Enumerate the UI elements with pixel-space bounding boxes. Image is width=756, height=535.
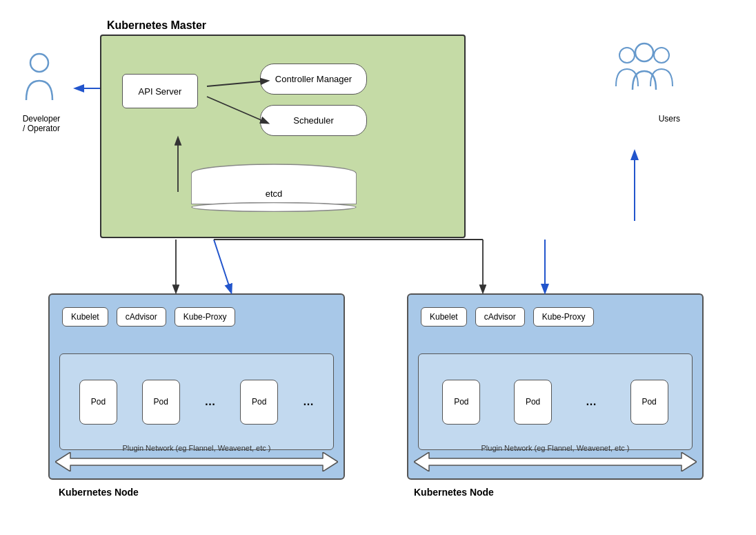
etcd-box: etcd xyxy=(191,164,357,212)
users-svg xyxy=(615,41,677,100)
cadvisor-left: cAdvisor xyxy=(117,307,166,327)
node-right-box: Kubelet cAdvisor Kube-Proxy Pod Pod … Po… xyxy=(407,293,704,480)
node-label-right: Kubernetes Node xyxy=(414,487,494,498)
network-row-right xyxy=(414,452,697,471)
node-right-components: Kubelet cAdvisor Kube-Proxy xyxy=(421,307,594,327)
kubeproxy-left: Kube-Proxy xyxy=(175,307,236,327)
svg-marker-7 xyxy=(414,452,697,471)
pod-left-3: Pod xyxy=(240,380,278,425)
pod-left-2: Pod xyxy=(142,380,180,425)
pod-left-1: Pod xyxy=(79,380,117,425)
etcd-label: etcd xyxy=(266,188,283,199)
master-box: API Server Controller Manager Scheduler … xyxy=(100,35,466,238)
svg-point-5 xyxy=(635,43,653,61)
developer-label: Developer/ Operator xyxy=(14,114,69,133)
pod-right-dots1: … xyxy=(586,396,597,408)
node-label-left: Kubernetes Node xyxy=(59,487,139,498)
node-left-components: Kubelet cAdvisor Kube-Proxy xyxy=(62,307,235,327)
developer-person-svg xyxy=(21,52,59,107)
kubelet-right: Kubelet xyxy=(421,307,467,327)
svg-line-12 xyxy=(214,240,231,292)
network-row-left xyxy=(55,452,338,471)
cadvisor-right: cAdvisor xyxy=(475,307,525,327)
api-server-box: API Server xyxy=(122,74,198,108)
network-arrow-svg-left xyxy=(55,452,338,471)
controller-manager-box: Controller Manager xyxy=(260,64,367,95)
users-label: Users xyxy=(659,114,680,124)
kubelet-left: Kubelet xyxy=(62,307,108,327)
pod-right-3: Pod xyxy=(630,380,668,425)
pod-right-2: Pod xyxy=(514,380,552,425)
pod-right-1: Pod xyxy=(442,380,480,425)
node-left-box: Kubelet cAdvisor Kube-Proxy Pod Pod … Po… xyxy=(48,293,345,480)
developer-icon xyxy=(21,52,59,107)
svg-point-4 xyxy=(654,48,669,63)
svg-point-1 xyxy=(192,203,356,212)
pod-left-dots2: … xyxy=(303,396,314,408)
users-icon xyxy=(615,41,677,103)
network-arrow-svg-right xyxy=(414,452,697,471)
svg-marker-6 xyxy=(55,452,338,471)
scheduler-box: Scheduler xyxy=(260,105,367,136)
kubeproxy-right: Kube-Proxy xyxy=(533,307,595,327)
network-label-right: Plugin Network (eg Flannel, Weavenet, et… xyxy=(408,444,702,452)
pod-row-right: Pod Pod … Pod xyxy=(418,353,693,450)
pod-left-dots1: … xyxy=(204,396,215,408)
network-label-left: Plugin Network (eg Flannel, Weavenet, et… xyxy=(50,444,344,452)
svg-point-2 xyxy=(30,54,48,72)
svg-point-3 xyxy=(619,48,635,63)
diagram-container: Kubernetes Master API Server Controller … xyxy=(0,0,756,535)
master-label: Kubernetes Master xyxy=(107,19,206,32)
pod-row-left: Pod Pod … Pod … xyxy=(59,353,334,450)
